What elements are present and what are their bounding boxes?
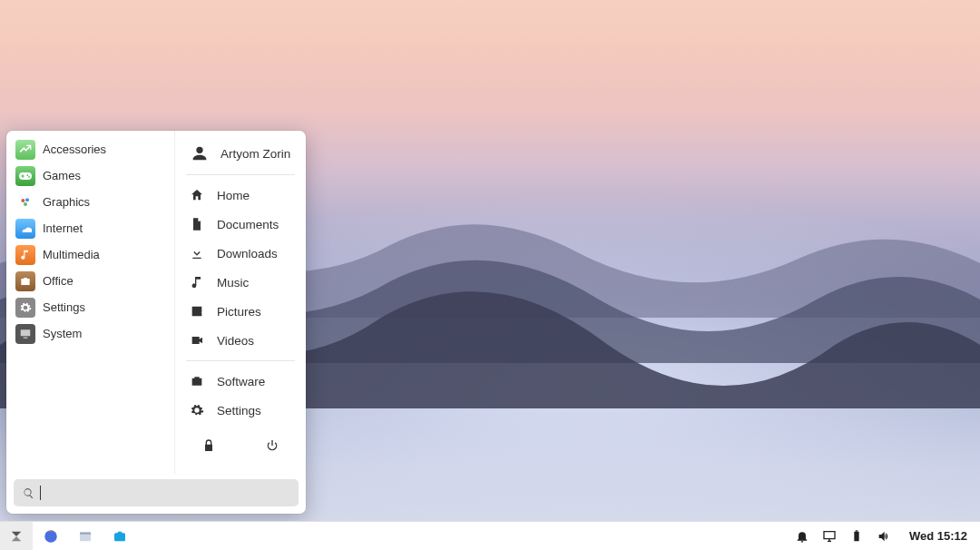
volume-icon[interactable]: [877, 529, 891, 544]
category-label: Settings: [43, 300, 85, 314]
system-icon: [15, 324, 35, 344]
launcher-files[interactable]: [69, 522, 102, 551]
search-input[interactable]: [46, 486, 289, 500]
software-store-icon: [112, 528, 128, 545]
divider: [186, 174, 295, 175]
svg-point-2: [24, 202, 27, 206]
session-row: [175, 425, 306, 468]
text-cursor: [40, 486, 41, 500]
office-icon: [15, 271, 35, 291]
link-software[interactable]: Software: [175, 367, 306, 396]
clock[interactable]: Wed 15:12: [904, 529, 973, 543]
games-icon: [15, 166, 35, 186]
lock-button[interactable]: [197, 434, 220, 457]
category-graphics[interactable]: Graphics: [6, 189, 174, 215]
software-icon: [190, 374, 204, 388]
search-icon: [23, 487, 34, 499]
place-documents[interactable]: Documents: [175, 210, 306, 239]
svg-rect-8: [114, 533, 125, 541]
svg-marker-3: [12, 531, 22, 535]
zorin-logo-icon: [8, 528, 24, 545]
power-button[interactable]: [260, 434, 284, 457]
category-label: Games: [43, 169, 81, 182]
place-label: Downloads: [217, 247, 278, 260]
category-label: Internet: [43, 221, 83, 235]
svg-rect-7: [80, 532, 91, 534]
place-label: Pictures: [217, 305, 261, 319]
category-office[interactable]: Office: [6, 268, 174, 294]
category-settings[interactable]: Settings: [6, 294, 174, 320]
gear-icon: [190, 403, 204, 417]
files-icon: [77, 528, 93, 545]
category-multimedia[interactable]: Multimedia: [6, 241, 174, 268]
home-icon: [190, 188, 204, 202]
accessories-icon: [15, 140, 35, 160]
user-row[interactable]: Artyom Zorin: [175, 136, 306, 169]
link-settings[interactable]: Settings: [175, 396, 306, 425]
place-label: Music: [217, 276, 249, 290]
taskbar: Wed 15:12: [0, 521, 980, 550]
bell-icon[interactable]: [795, 529, 809, 544]
category-games[interactable]: Games: [6, 162, 174, 189]
videos-icon: [190, 333, 204, 348]
firefox-icon: [43, 528, 59, 545]
document-icon: [190, 217, 204, 231]
settings-icon: [15, 298, 35, 318]
multimedia-icon: [15, 245, 35, 265]
svg-marker-4: [12, 536, 22, 541]
taskbar-launchers: [0, 522, 136, 551]
place-home[interactable]: Home: [175, 181, 306, 210]
user-icon: [190, 143, 210, 163]
svg-rect-10: [854, 531, 858, 541]
svg-point-0: [21, 199, 24, 202]
taskbar-tray: Wed 15:12: [795, 529, 973, 544]
place-downloads[interactable]: Downloads: [175, 239, 306, 268]
launcher-firefox[interactable]: [34, 522, 67, 551]
pictures-icon: [190, 304, 204, 319]
launcher-software[interactable]: [103, 522, 136, 551]
battery-icon[interactable]: [849, 529, 864, 544]
download-icon: [190, 246, 204, 260]
categories-pane: Accessories Games Graphics Internet: [6, 131, 174, 474]
lock-icon: [201, 438, 216, 453]
search-row: [6, 474, 306, 514]
place-pictures[interactable]: Pictures: [175, 297, 306, 326]
svg-point-5: [44, 530, 57, 543]
start-menu: Accessories Games Graphics Internet: [6, 131, 306, 514]
link-label: Settings: [217, 404, 261, 417]
category-label: Graphics: [43, 195, 90, 209]
divider: [186, 360, 295, 361]
user-name: Artyom Zorin: [220, 147, 290, 161]
place-videos[interactable]: Videos: [175, 326, 306, 355]
places-pane: Artyom Zorin Home Documents Downloads Mu…: [174, 131, 306, 474]
link-label: Software: [217, 375, 265, 388]
category-label: Office: [43, 274, 74, 288]
svg-point-1: [25, 198, 29, 201]
category-label: Accessories: [43, 142, 106, 156]
svg-rect-9: [118, 531, 122, 533]
place-music[interactable]: Music: [175, 268, 306, 297]
graphics-icon: [15, 192, 35, 212]
music-icon: [190, 275, 204, 290]
search-box[interactable]: [14, 479, 299, 506]
place-label: Documents: [217, 218, 279, 231]
svg-rect-11: [856, 530, 858, 531]
place-label: Home: [217, 189, 250, 202]
category-system[interactable]: System: [6, 320, 174, 347]
category-label: Multimedia: [43, 248, 100, 261]
category-label: System: [43, 327, 82, 340]
display-icon[interactable]: [822, 529, 837, 544]
start-button[interactable]: [0, 522, 33, 551]
internet-icon: [15, 219, 35, 239]
category-internet[interactable]: Internet: [6, 215, 174, 241]
power-icon: [265, 438, 279, 453]
category-accessories[interactable]: Accessories: [6, 136, 174, 162]
place-label: Videos: [217, 334, 254, 348]
